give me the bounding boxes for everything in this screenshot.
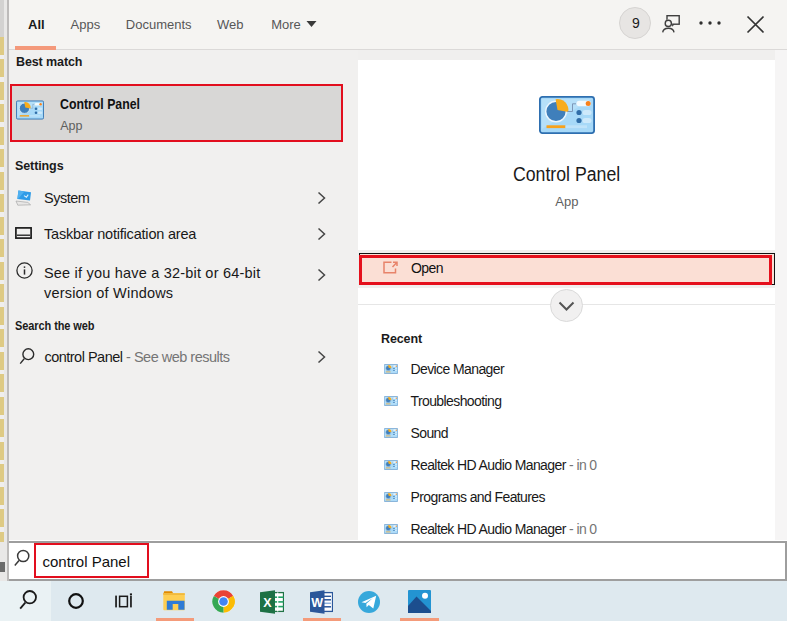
svg-text:W: W xyxy=(311,595,323,609)
svg-text:X: X xyxy=(263,596,272,610)
